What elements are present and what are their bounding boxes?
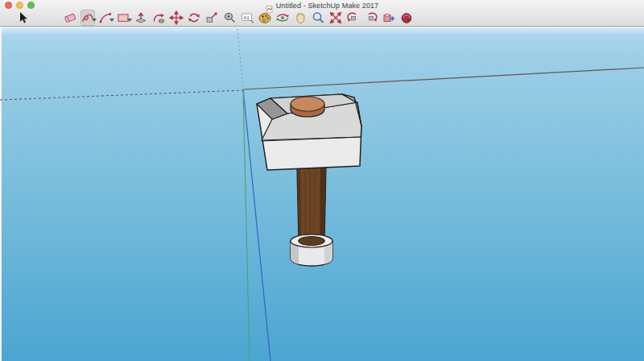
arc-icon (98, 10, 113, 25)
follow-me-icon (151, 10, 166, 25)
scale-icon (204, 10, 219, 25)
scene-canvas[interactable] (0, 27, 644, 361)
blue-axis-negative-dashed (237, 29, 243, 89)
handle-ferrule[interactable] (291, 234, 332, 266)
zoom-extents-icon (328, 10, 343, 25)
pan-hand-icon (293, 10, 308, 25)
eraser-icon (63, 10, 77, 25)
tool-paint-bucket-button[interactable] (258, 10, 272, 26)
tool-scale-button[interactable] (204, 10, 219, 26)
tool-select-button[interactable] (16, 10, 31, 26)
rotate-icon (187, 10, 201, 25)
window-title: Untitled - SketchUp Make 2017 (276, 2, 378, 10)
copper-cap-top (291, 97, 324, 111)
tool-text-button[interactable]: A1 (240, 10, 254, 26)
tape-measure-icon (222, 10, 237, 25)
tool-move-button[interactable] (169, 10, 184, 26)
dropdown-caret-icon[interactable] (109, 19, 114, 22)
title-toolbar: Untitled - SketchUp Make 2017 (0, 0, 644, 27)
tool-zoom-button[interactable] (311, 10, 325, 26)
tool-rotate-button[interactable] (187, 10, 201, 26)
next-view-icon (364, 10, 378, 25)
document-icon (266, 2, 273, 9)
modeling-viewport[interactable] (0, 27, 644, 361)
tool-get-models-button[interactable] (382, 10, 396, 26)
tool-orbit-button[interactable] (275, 10, 290, 26)
tool-zoom-extents-button[interactable] (328, 10, 343, 26)
move-icon (169, 10, 184, 25)
red-axis-negative-dashed (0, 90, 243, 100)
copper-cap[interactable] (291, 97, 324, 117)
hammer-model[interactable] (257, 94, 361, 266)
push-pull-icon (134, 10, 148, 25)
tool-previous-button[interactable] (346, 10, 361, 26)
tool-follow-me-button[interactable] (151, 10, 166, 26)
freehand-icon (80, 10, 95, 25)
tool-eraser-button[interactable] (63, 10, 77, 26)
dropdown-caret-icon[interactable] (92, 19, 97, 22)
tool-pan-button[interactable] (293, 10, 308, 26)
red-axis-line (243, 68, 644, 89)
tool-extension-warehouse-button[interactable] (399, 10, 414, 26)
dropdown-caret-icon[interactable] (127, 19, 132, 22)
previous-view-icon (346, 10, 361, 25)
get-models-icon (382, 10, 396, 25)
zoom-magnifier-icon (311, 10, 325, 25)
green-axis-line (243, 89, 250, 361)
extension-warehouse-icon (399, 10, 414, 25)
select-cursor-icon (16, 10, 31, 25)
handle-end-cap (299, 237, 325, 246)
tool-tape-measure-button[interactable] (222, 10, 237, 26)
sketchup-window: Untitled - SketchUp Make 2017 (0, 0, 644, 361)
text-icon: A1 (240, 10, 254, 25)
tool-rectangle-button[interactable] (116, 10, 130, 26)
tool-next-button[interactable] (364, 10, 378, 26)
orbit-icon (275, 10, 290, 25)
paint-bucket-icon (258, 10, 272, 25)
tool-arc-button[interactable] (98, 10, 113, 26)
svg-text:A1: A1 (244, 15, 250, 20)
hammer-handle[interactable] (297, 166, 326, 242)
rectangle-icon (116, 10, 130, 25)
toolbar: A1 (16, 9, 414, 27)
tool-freehand-button[interactable] (80, 10, 95, 26)
tool-push-pull-button[interactable] (134, 10, 148, 26)
